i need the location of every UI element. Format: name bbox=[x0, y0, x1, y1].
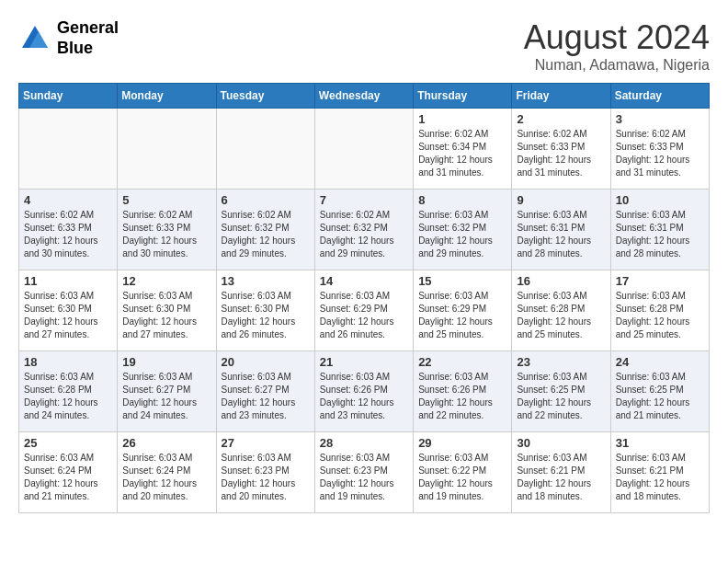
day-info: Sunrise: 6:03 AMSunset: 6:21 PMDaylight:… bbox=[517, 452, 605, 503]
logo-text: General Blue bbox=[57, 18, 119, 58]
day-cell: 25Sunrise: 6:03 AMSunset: 6:24 PMDayligh… bbox=[19, 432, 118, 513]
day-info: Sunrise: 6:02 AMSunset: 6:33 PMDaylight:… bbox=[616, 128, 704, 179]
day-number: 29 bbox=[418, 436, 506, 450]
day-number: 25 bbox=[24, 436, 112, 450]
day-number: 6 bbox=[222, 193, 310, 207]
day-info: Sunrise: 6:03 AMSunset: 6:32 PMDaylight:… bbox=[418, 209, 506, 260]
day-cell: 21Sunrise: 6:03 AMSunset: 6:26 PMDayligh… bbox=[314, 351, 413, 432]
day-info: Sunrise: 6:03 AMSunset: 6:28 PMDaylight:… bbox=[24, 371, 112, 422]
week-row-5: 25Sunrise: 6:03 AMSunset: 6:24 PMDayligh… bbox=[19, 432, 710, 513]
day-cell: 7Sunrise: 6:02 AMSunset: 6:32 PMDaylight… bbox=[314, 190, 413, 270]
day-cell: 24Sunrise: 6:03 AMSunset: 6:25 PMDayligh… bbox=[610, 351, 709, 432]
logo-general: General bbox=[57, 18, 119, 39]
day-info: Sunrise: 6:03 AMSunset: 6:25 PMDaylight:… bbox=[517, 371, 605, 422]
day-number: 31 bbox=[616, 436, 704, 450]
day-info: Sunrise: 6:03 AMSunset: 6:24 PMDaylight:… bbox=[122, 452, 210, 503]
logo-icon bbox=[18, 22, 51, 55]
header-row: SundayMondayTuesdayWednesdayThursdayFrid… bbox=[19, 84, 710, 109]
day-cell bbox=[118, 109, 216, 190]
day-number: 23 bbox=[517, 355, 605, 369]
day-number: 14 bbox=[320, 274, 408, 288]
day-info: Sunrise: 6:03 AMSunset: 6:31 PMDaylight:… bbox=[616, 209, 704, 260]
day-info: Sunrise: 6:03 AMSunset: 6:28 PMDaylight:… bbox=[517, 290, 605, 341]
day-info: Sunrise: 6:03 AMSunset: 6:26 PMDaylight:… bbox=[418, 371, 506, 422]
day-info: Sunrise: 6:03 AMSunset: 6:29 PMDaylight:… bbox=[418, 290, 506, 341]
day-cell: 20Sunrise: 6:03 AMSunset: 6:27 PMDayligh… bbox=[216, 351, 314, 432]
day-cell: 6Sunrise: 6:02 AMSunset: 6:32 PMDaylight… bbox=[216, 190, 314, 270]
day-number: 19 bbox=[122, 355, 210, 369]
calendar-body: 1Sunrise: 6:02 AMSunset: 6:34 PMDaylight… bbox=[19, 109, 710, 513]
day-cell: 22Sunrise: 6:03 AMSunset: 6:26 PMDayligh… bbox=[414, 351, 512, 432]
title-block: August 2024 Numan, Adamawa, Nigeria bbox=[524, 18, 710, 74]
day-cell: 18Sunrise: 6:03 AMSunset: 6:28 PMDayligh… bbox=[19, 351, 118, 432]
location: Numan, Adamawa, Nigeria bbox=[524, 57, 710, 74]
week-row-2: 4Sunrise: 6:02 AMSunset: 6:33 PMDaylight… bbox=[19, 190, 710, 270]
logo-blue: Blue bbox=[57, 39, 119, 59]
month-year: August 2024 bbox=[524, 18, 710, 57]
day-number: 20 bbox=[222, 355, 310, 369]
day-info: Sunrise: 6:03 AMSunset: 6:28 PMDaylight:… bbox=[616, 290, 704, 341]
day-info: Sunrise: 6:02 AMSunset: 6:33 PMDaylight:… bbox=[517, 128, 605, 179]
day-number: 12 bbox=[122, 274, 210, 288]
day-number: 10 bbox=[616, 193, 704, 207]
day-info: Sunrise: 6:03 AMSunset: 6:22 PMDaylight:… bbox=[418, 452, 506, 503]
day-cell: 23Sunrise: 6:03 AMSunset: 6:25 PMDayligh… bbox=[512, 351, 610, 432]
day-cell bbox=[314, 109, 413, 190]
day-number: 5 bbox=[122, 193, 210, 207]
day-cell: 30Sunrise: 6:03 AMSunset: 6:21 PMDayligh… bbox=[512, 432, 610, 513]
day-cell: 16Sunrise: 6:03 AMSunset: 6:28 PMDayligh… bbox=[512, 270, 610, 351]
header-cell-sunday: Sunday bbox=[19, 84, 118, 109]
day-number: 15 bbox=[418, 274, 506, 288]
day-number: 18 bbox=[24, 355, 112, 369]
day-info: Sunrise: 6:03 AMSunset: 6:21 PMDaylight:… bbox=[616, 452, 704, 503]
day-number: 28 bbox=[320, 436, 408, 450]
day-cell: 26Sunrise: 6:03 AMSunset: 6:24 PMDayligh… bbox=[118, 432, 216, 513]
day-info: Sunrise: 6:03 AMSunset: 6:27 PMDaylight:… bbox=[222, 371, 310, 422]
day-cell: 27Sunrise: 6:03 AMSunset: 6:23 PMDayligh… bbox=[216, 432, 314, 513]
day-info: Sunrise: 6:03 AMSunset: 6:30 PMDaylight:… bbox=[222, 290, 310, 341]
day-cell: 11Sunrise: 6:03 AMSunset: 6:30 PMDayligh… bbox=[19, 270, 118, 351]
header-cell-wednesday: Wednesday bbox=[314, 84, 413, 109]
week-row-1: 1Sunrise: 6:02 AMSunset: 6:34 PMDaylight… bbox=[19, 109, 710, 190]
day-cell bbox=[216, 109, 314, 190]
day-number: 22 bbox=[418, 355, 506, 369]
day-cell: 14Sunrise: 6:03 AMSunset: 6:29 PMDayligh… bbox=[314, 270, 413, 351]
header-cell-tuesday: Tuesday bbox=[216, 84, 314, 109]
day-number: 26 bbox=[122, 436, 210, 450]
logo: General Blue bbox=[18, 18, 119, 58]
day-info: Sunrise: 6:03 AMSunset: 6:23 PMDaylight:… bbox=[320, 452, 408, 503]
header-cell-saturday: Saturday bbox=[610, 84, 709, 109]
day-cell: 17Sunrise: 6:03 AMSunset: 6:28 PMDayligh… bbox=[610, 270, 709, 351]
day-number: 7 bbox=[320, 193, 408, 207]
week-row-3: 11Sunrise: 6:03 AMSunset: 6:30 PMDayligh… bbox=[19, 270, 710, 351]
day-info: Sunrise: 6:03 AMSunset: 6:25 PMDaylight:… bbox=[616, 371, 704, 422]
header-cell-thursday: Thursday bbox=[414, 84, 512, 109]
day-info: Sunrise: 6:03 AMSunset: 6:30 PMDaylight:… bbox=[24, 290, 112, 341]
day-info: Sunrise: 6:02 AMSunset: 6:32 PMDaylight:… bbox=[222, 209, 310, 260]
day-cell: 10Sunrise: 6:03 AMSunset: 6:31 PMDayligh… bbox=[610, 190, 709, 270]
day-cell: 8Sunrise: 6:03 AMSunset: 6:32 PMDaylight… bbox=[414, 190, 512, 270]
day-cell: 31Sunrise: 6:03 AMSunset: 6:21 PMDayligh… bbox=[610, 432, 709, 513]
day-cell: 29Sunrise: 6:03 AMSunset: 6:22 PMDayligh… bbox=[414, 432, 512, 513]
day-cell: 4Sunrise: 6:02 AMSunset: 6:33 PMDaylight… bbox=[19, 190, 118, 270]
day-info: Sunrise: 6:03 AMSunset: 6:23 PMDaylight:… bbox=[222, 452, 310, 503]
day-number: 11 bbox=[24, 274, 112, 288]
day-cell: 15Sunrise: 6:03 AMSunset: 6:29 PMDayligh… bbox=[414, 270, 512, 351]
day-cell: 19Sunrise: 6:03 AMSunset: 6:27 PMDayligh… bbox=[118, 351, 216, 432]
day-info: Sunrise: 6:03 AMSunset: 6:24 PMDaylight:… bbox=[24, 452, 112, 503]
day-number: 27 bbox=[222, 436, 310, 450]
day-cell: 13Sunrise: 6:03 AMSunset: 6:30 PMDayligh… bbox=[216, 270, 314, 351]
header-cell-friday: Friday bbox=[512, 84, 610, 109]
day-info: Sunrise: 6:03 AMSunset: 6:27 PMDaylight:… bbox=[122, 371, 210, 422]
day-number: 30 bbox=[517, 436, 605, 450]
calendar-header: SundayMondayTuesdayWednesdayThursdayFrid… bbox=[19, 84, 710, 109]
day-cell: 5Sunrise: 6:02 AMSunset: 6:33 PMDaylight… bbox=[118, 190, 216, 270]
header-cell-monday: Monday bbox=[118, 84, 216, 109]
day-info: Sunrise: 6:02 AMSunset: 6:33 PMDaylight:… bbox=[122, 209, 210, 260]
day-number: 4 bbox=[24, 193, 112, 207]
day-number: 17 bbox=[616, 274, 704, 288]
day-number: 24 bbox=[616, 355, 704, 369]
day-number: 16 bbox=[517, 274, 605, 288]
day-cell: 1Sunrise: 6:02 AMSunset: 6:34 PMDaylight… bbox=[414, 109, 512, 190]
day-number: 9 bbox=[517, 193, 605, 207]
